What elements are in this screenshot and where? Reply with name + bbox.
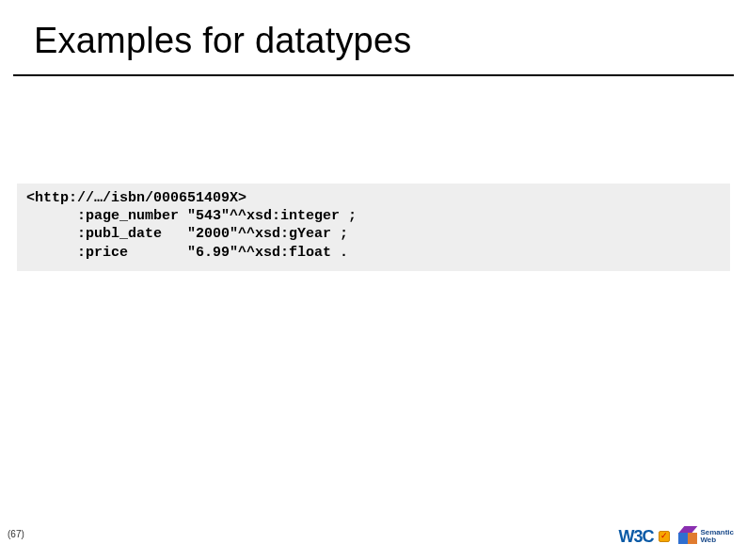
- semantic-web-label: Semantic Web: [700, 529, 734, 544]
- semantic-web-logo-icon: Semantic Web: [677, 526, 734, 547]
- w3c-logo-icon: W3C: [618, 527, 653, 547]
- cube-icon: [677, 526, 698, 547]
- slide-title: Examples for datatypes: [0, 0, 747, 74]
- title-divider: [13, 74, 734, 76]
- footer-logos: W3C Semantic Web: [618, 526, 734, 547]
- semantic-web-line2: Web: [700, 536, 734, 544]
- page-number: (67): [8, 529, 24, 539]
- validator-icon: [659, 531, 670, 542]
- code-example: <http://…/isbn/000651409X> :page_number …: [17, 184, 730, 271]
- slide: Examples for datatypes <http://…/isbn/00…: [0, 0, 747, 560]
